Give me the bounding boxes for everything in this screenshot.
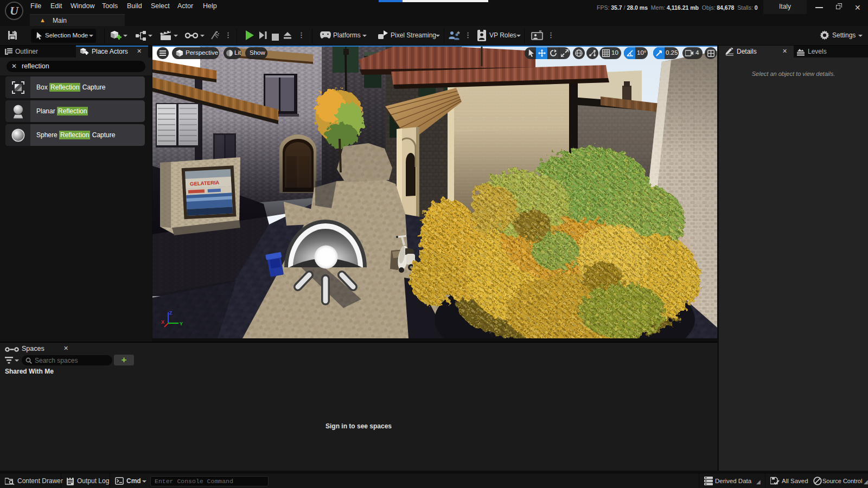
svg-text:Y: Y xyxy=(180,321,183,326)
svg-text:Z: Z xyxy=(169,310,173,316)
svg-text:X: X xyxy=(161,319,164,325)
